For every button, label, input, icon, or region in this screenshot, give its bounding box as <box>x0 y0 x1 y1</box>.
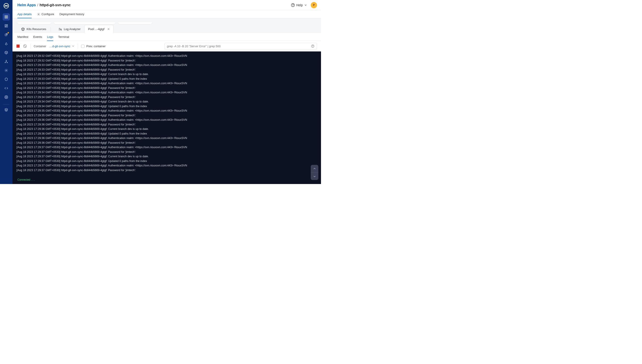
clear-icon <box>23 44 27 48</box>
tab-deployment-history[interactable]: Deployment history <box>60 10 84 18</box>
scroll-up-button[interactable] <box>311 165 318 172</box>
summary-cards-row <box>18 22 316 24</box>
log-line: [Aug 18 2023 17:29:36 GMT+0530] httpd-gi… <box>17 140 321 145</box>
sub-tab-logs[interactable]: Logs <box>47 33 53 41</box>
nav-network[interactable] <box>3 58 10 65</box>
breadcrumb-root[interactable]: Helm Apps <box>18 3 36 7</box>
svg-point-0 <box>4 3 9 8</box>
close-icon[interactable]: × <box>108 28 110 31</box>
log-line: [Aug 18 2023 17:29:37 GMT+0530] httpd-gi… <box>17 159 321 164</box>
svg-point-11 <box>6 60 7 61</box>
nav-security[interactable] <box>3 76 10 83</box>
svg-point-13 <box>7 62 8 63</box>
prev-container-label: Prev. container <box>86 44 106 48</box>
nav-cube[interactable] <box>3 49 10 56</box>
sub-tab-events[interactable]: Events <box>33 33 42 41</box>
log-viewer[interactable]: [Aug 18 2023 17:29:32 GMT+0530] httpd-gi… <box>13 52 321 184</box>
svg-rect-1 <box>5 16 6 17</box>
log-line: [Aug 18 2023 17:29:33 GMT+0530] httpd-gi… <box>17 81 321 86</box>
breadcrumb-current: httpd-git-svn-sync <box>40 3 71 7</box>
nav-code[interactable] <box>3 85 10 92</box>
log-line: [Aug 18 2023 17:29:33 GMT+0530] httpd-gi… <box>17 86 321 90</box>
res-tab-log-analyzer[interactable]: Log Analyzer <box>55 25 84 33</box>
res-tab-pod[interactable]: Pod/…-4gtgf × <box>84 25 113 33</box>
clear-button[interactable] <box>23 44 27 48</box>
svg-rect-3 <box>5 17 6 18</box>
res-tab-k8s[interactable]: K8s Resources <box>18 25 55 33</box>
nav-builds[interactable] <box>3 40 10 47</box>
nav-settings[interactable] <box>3 94 10 101</box>
res-tab-log-analyzer-label: Log Analyzer <box>64 28 81 31</box>
prev-container-checkbox[interactable]: Prev. container <box>81 44 106 48</box>
scroll-controls <box>311 165 318 180</box>
connection-status: Connected . . . <box>18 178 35 182</box>
svg-point-17 <box>293 6 293 6</box>
sub-tab-manifest[interactable]: Manifest <box>18 33 28 41</box>
toolbar-divider <box>78 44 78 48</box>
nav-apps[interactable] <box>3 13 10 20</box>
log-toolbar: Container …d-git-svn-sync Prev. containe… <box>13 41 321 52</box>
svg-point-12 <box>5 62 6 63</box>
stop-button[interactable] <box>17 44 20 48</box>
topbar: Helm Apps / httpd-git-svn-sync Help P <box>13 0 321 10</box>
scroll-down-button[interactable] <box>311 172 318 180</box>
svg-rect-6 <box>7 24 8 25</box>
main: Helm Apps / httpd-git-svn-sync Help P Ap… <box>13 0 321 184</box>
svg-point-15 <box>6 97 7 98</box>
breadcrumb-separator: / <box>37 3 38 7</box>
tab-configure-label: Configure <box>42 12 54 16</box>
log-line: [Aug 18 2023 17:29:36 GMT+0530] httpd-gi… <box>17 122 321 127</box>
summary-card <box>18 22 51 24</box>
log-line: [Aug 18 2023 17:29:34 GMT+0530] httpd-gi… <box>17 104 321 109</box>
res-tab-k8s-label: K8s Resources <box>27 28 46 31</box>
app-logo[interactable] <box>3 2 10 9</box>
svg-point-19 <box>60 29 61 30</box>
toolbar-divider <box>30 44 31 48</box>
tab-app-details[interactable]: App details <box>18 10 32 18</box>
sidebar <box>0 0 13 184</box>
nav-cluster[interactable] <box>3 67 10 74</box>
tab-configure[interactable]: Configure <box>37 10 54 18</box>
pod-sub-tabs: Manifest Events Logs Terminal <box>13 33 321 41</box>
log-line: [Aug 18 2023 17:29:36 GMT+0530] httpd-gi… <box>17 118 321 122</box>
nav-addons[interactable] <box>3 31 10 38</box>
user-avatar[interactable]: P <box>311 2 317 8</box>
gear-icon <box>37 13 40 16</box>
log-search[interactable] <box>165 43 317 50</box>
log-line: [Aug 18 2023 17:29:36 GMT+0530] httpd-gi… <box>17 136 321 140</box>
tab-divider <box>51 27 51 32</box>
log-line: [Aug 18 2023 17:29:33 GMT+0530] httpd-gi… <box>17 77 321 81</box>
sidebar-divider <box>3 104 9 104</box>
log-line: [Aug 18 2023 17:29:33 GMT+0530] httpd-gi… <box>17 68 321 72</box>
container-select[interactable]: …d-git-svn-sync <box>49 44 75 48</box>
help-menu[interactable]: Help <box>291 3 307 7</box>
page-tabs: App details Configure Deployment history <box>13 10 321 18</box>
chevron-down-icon <box>72 44 75 48</box>
res-tab-pod-label: Pod/…-4gtgf <box>88 28 104 31</box>
log-line: [Aug 18 2023 17:29:34 GMT+0530] httpd-gi… <box>17 90 321 95</box>
sub-tab-terminal[interactable]: Terminal <box>58 33 69 41</box>
log-search-input[interactable] <box>167 44 311 48</box>
summary-card <box>118 22 152 24</box>
log-line: [Aug 18 2023 17:29:33 GMT+0530] httpd-gi… <box>17 63 321 68</box>
log-line: [Aug 18 2023 17:29:34 GMT+0530] httpd-gi… <box>17 95 321 100</box>
topbar-right: Help P <box>291 2 317 8</box>
svg-point-14 <box>6 70 7 71</box>
log-line: [Aug 18 2023 17:29:32 GMT+0530] httpd-gi… <box>17 54 321 58</box>
svg-rect-7 <box>7 26 8 27</box>
help-label: Help <box>296 3 303 7</box>
chevron-down-icon <box>304 4 307 7</box>
log-line: [Aug 18 2023 17:29:37 GMT+0530] httpd-gi… <box>17 145 321 150</box>
log-line: [Aug 18 2023 17:29:37 GMT+0530] httpd-gi… <box>17 163 321 168</box>
log-line: [Aug 18 2023 17:29:36 GMT+0530] httpd-gi… <box>17 127 321 132</box>
log-line: [Aug 18 2023 17:29:33 GMT+0530] httpd-gi… <box>17 72 321 77</box>
cube-icon <box>21 28 25 31</box>
search-list-icon <box>59 28 62 31</box>
search-help-icon[interactable] <box>311 44 315 48</box>
nav-stack[interactable] <box>3 106 10 114</box>
log-line: [Aug 18 2023 17:29:35 GMT+0530] httpd-gi… <box>17 108 321 113</box>
log-line: [Aug 18 2023 17:29:37 GMT+0530] httpd-gi… <box>17 154 321 159</box>
nav-dashboard[interactable] <box>3 22 10 30</box>
log-line: [Aug 18 2023 17:29:36 GMT+0530] httpd-gi… <box>17 132 321 136</box>
container-label: Container <box>34 44 46 48</box>
